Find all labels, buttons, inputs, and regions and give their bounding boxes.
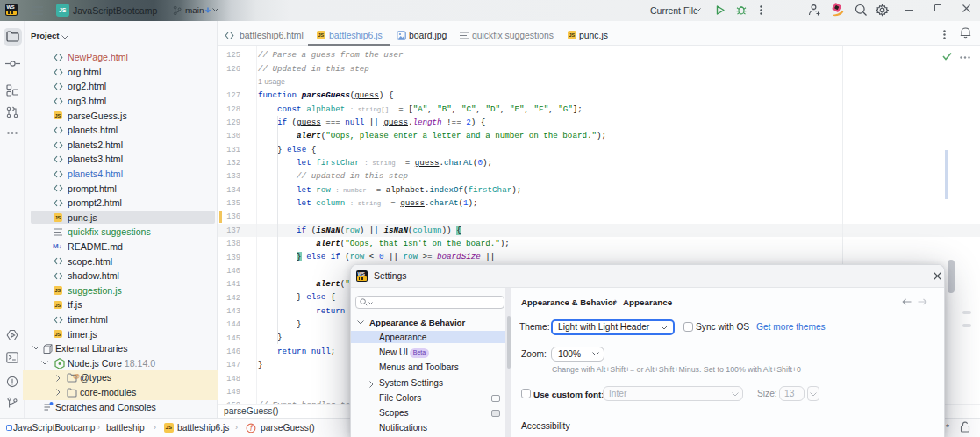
- svg-text:f: f: [250, 424, 254, 433]
